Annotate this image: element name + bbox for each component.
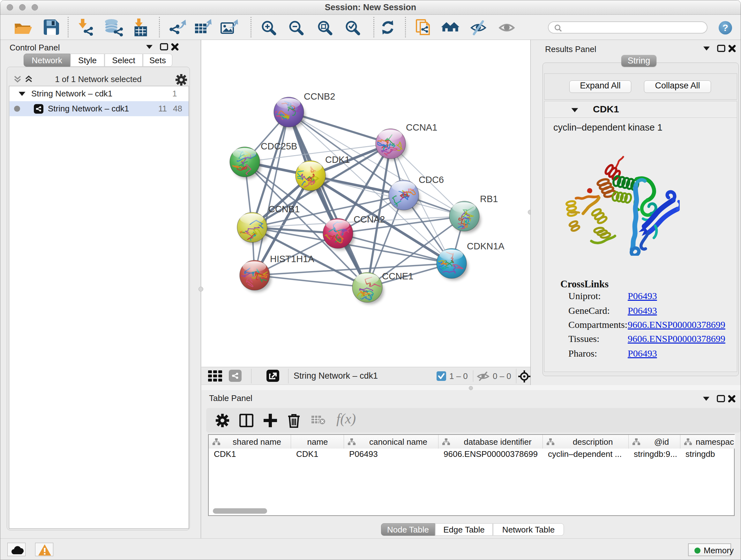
svg-text:CCNE1: CCNE1 (382, 271, 413, 281)
svg-text:CCNA2: CCNA2 (354, 214, 385, 225)
svg-text:CCNB2: CCNB2 (304, 91, 335, 102)
svg-text:CDKN1A: CDKN1A (467, 241, 504, 251)
svg-text:CDC25B: CDC25B (261, 141, 297, 151)
svg-text:CDC6: CDC6 (419, 175, 444, 185)
svg-text:?: ? (723, 22, 728, 33)
svg-text:CDK1: CDK1 (325, 154, 350, 165)
svg-text:CCNA1: CCNA1 (406, 122, 437, 132)
svg-text:RB1: RB1 (480, 194, 498, 204)
svg-text:CCNB1: CCNB1 (268, 204, 300, 214)
svg-text:HIST1H1A: HIST1H1A (270, 254, 314, 264)
